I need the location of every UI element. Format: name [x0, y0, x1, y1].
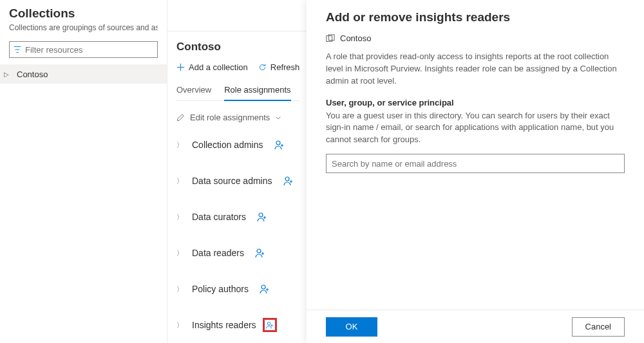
filter-resources-input[interactable]: [25, 45, 153, 55]
tab-role-assignments[interactable]: Role assignments: [224, 85, 290, 101]
filter-resources-input-wrapper[interactable]: [9, 41, 158, 58]
svg-point-3: [257, 249, 261, 253]
page-subtitle: Collections are groupings of sources and…: [9, 23, 158, 32]
svg-point-2: [259, 213, 263, 217]
search-users-input[interactable]: [332, 159, 619, 169]
role-row-collection-admins[interactable]: 〉 Collection admins: [176, 138, 300, 152]
search-users-input-wrapper[interactable]: [326, 154, 625, 173]
panel-footer: OK Cancel: [307, 310, 644, 343]
chevron-right-icon: 〉: [176, 248, 183, 258]
svg-point-4: [261, 285, 265, 289]
panel-section-head: User, group, or service principal: [326, 98, 625, 107]
role-label: Collection admins: [192, 140, 263, 150]
collection-detail-pane: Contoso Add a collection Refresh Overvie…: [167, 31, 307, 343]
add-collection-label: Add a collection: [189, 62, 248, 72]
role-label: Data curators: [192, 212, 246, 222]
collections-sidebar: Collections Collections are groupings of…: [0, 0, 167, 343]
panel-org-name: Contoso: [340, 33, 371, 43]
chevron-down-icon: [275, 115, 281, 121]
plus-icon: [176, 63, 185, 71]
ok-button[interactable]: OK: [326, 317, 377, 337]
chevron-right-icon: 〉: [176, 320, 183, 330]
chevron-right-icon: 〉: [176, 140, 183, 150]
add-user-icon[interactable]: [255, 210, 269, 224]
panel-org-row: Contoso: [326, 33, 625, 43]
cancel-button[interactable]: Cancel: [572, 317, 625, 337]
svg-point-1: [285, 177, 289, 181]
add-user-icon[interactable]: [263, 318, 277, 332]
command-bar: Add a collection Refresh: [176, 62, 300, 72]
role-row-policy-authors[interactable]: 〉 Policy authors: [176, 282, 300, 296]
collection-tabs: Overview Role assignments: [176, 85, 300, 101]
chevron-right-icon: ▷: [4, 71, 13, 78]
add-user-icon[interactable]: [272, 138, 287, 152]
add-collection-button[interactable]: Add a collection: [176, 62, 248, 72]
tree-item-label: Contoso: [13, 70, 48, 79]
role-row-data-readers[interactable]: 〉 Data readers: [176, 246, 300, 260]
role-label: Data readers: [192, 248, 244, 258]
svg-point-5: [267, 322, 270, 326]
chevron-right-icon: 〉: [176, 212, 183, 222]
role-label: Insights readers: [192, 320, 256, 330]
add-remove-readers-panel: Add or remove insights readers Contoso A…: [307, 0, 644, 343]
collection-icon: [326, 34, 335, 43]
add-user-icon[interactable]: [281, 174, 296, 188]
collection-title: Contoso: [176, 41, 300, 53]
add-user-icon[interactable]: [253, 246, 267, 260]
role-list: 〉 Collection admins 〉 Data source admins…: [176, 138, 300, 332]
role-row-data-curators[interactable]: 〉 Data curators: [176, 210, 300, 224]
role-row-data-source-admins[interactable]: 〉 Data source admins: [176, 174, 300, 188]
role-row-insights-readers[interactable]: 〉 Insights readers: [176, 318, 300, 332]
refresh-label: Refresh: [270, 62, 300, 72]
panel-description: A role that provides read-only access to…: [326, 51, 625, 88]
svg-point-0: [276, 141, 280, 145]
filter-icon: [14, 46, 21, 53]
page-title: Collections: [9, 6, 158, 21]
tab-overview[interactable]: Overview: [176, 85, 211, 100]
panel-title: Add or remove insights readers: [326, 10, 625, 24]
edit-role-assignments-label: Edit role assignments: [190, 113, 270, 122]
refresh-icon: [258, 63, 267, 71]
panel-section-sub: You are a guest user in this directory. …: [326, 110, 625, 147]
role-label: Policy authors: [192, 284, 249, 294]
tree-item-contoso[interactable]: ▷ Contoso: [0, 64, 167, 84]
chevron-right-icon: 〉: [176, 176, 183, 186]
refresh-button[interactable]: Refresh: [258, 62, 300, 72]
add-user-icon[interactable]: [258, 282, 272, 296]
pencil-icon: [176, 113, 185, 122]
chevron-right-icon: 〉: [176, 284, 183, 294]
role-label: Data source admins: [192, 176, 272, 186]
edit-role-assignments-dropdown[interactable]: Edit role assignments: [176, 113, 300, 122]
